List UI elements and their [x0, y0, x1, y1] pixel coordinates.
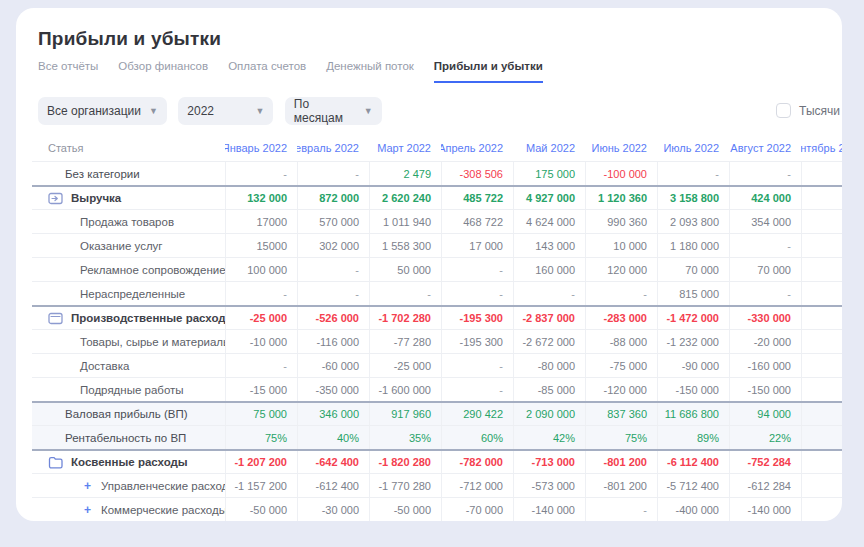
plus-icon[interactable]: +: [80, 503, 95, 517]
row-label-text: Доставка: [80, 360, 129, 372]
row-label[interactable]: Косвенные расходы: [32, 451, 225, 473]
cell-value: [801, 307, 842, 329]
cell-value: -: [225, 282, 297, 305]
tab-4[interactable]: Денежный поток: [326, 60, 414, 83]
cell-value: 872 000: [297, 187, 369, 209]
tab-5[interactable]: Прибыли и убытки: [434, 60, 543, 83]
income-tray-icon[interactable]: [48, 192, 63, 205]
period-select[interactable]: По месяцам ▼: [285, 97, 382, 125]
cell-value: [801, 234, 842, 257]
row-label-text: Валовая прибыль (ВП): [65, 408, 188, 420]
cell-value: -: [729, 282, 801, 305]
row-label-text: Производственные расходы: [71, 312, 225, 324]
cell-value: -60 000: [297, 354, 369, 377]
table-row: Косвенные расходы-1 207 200-642 400-1 82…: [32, 449, 842, 473]
cell-value: 17 000: [441, 234, 513, 257]
cell-value: -15 000: [225, 378, 297, 401]
row-label: Продажа товаров: [32, 210, 225, 233]
cell-value: -25 000: [369, 354, 441, 377]
cell-value: 815 000: [657, 282, 729, 305]
row-label: Рентабельность по ВП: [32, 426, 225, 449]
cell-value: -612 284: [729, 474, 801, 497]
row-label[interactable]: +Управленческие расходы: [32, 474, 225, 497]
cell-value: -: [657, 162, 729, 185]
cell-value: -30 000: [297, 498, 369, 521]
tab-2[interactable]: Обзор финансов: [118, 60, 208, 83]
column-header-month[interactable]: Июнь 2022: [585, 135, 657, 161]
pnl-table: СтатьяЯнварь 2022Февраль 2022Март 2022Ап…: [32, 135, 842, 521]
cell-value: 50 000: [369, 258, 441, 281]
table-row: Продажа товаров17000570 0001 011 940468 …: [32, 209, 842, 233]
cell-value: -283 000: [585, 307, 657, 329]
cell-value: -: [585, 498, 657, 521]
thousands-checkbox[interactable]: [776, 103, 791, 118]
column-header-month[interactable]: Август 2022: [729, 135, 801, 161]
organization-select-value: Все организации: [47, 104, 141, 118]
row-label: Подрядные работы: [32, 378, 225, 401]
cell-value: 2 620 240: [369, 187, 441, 209]
column-header-month[interactable]: Сентябрь 2022: [801, 135, 842, 161]
cell-value: 17000: [225, 210, 297, 233]
cell-value: 1 558 300: [369, 234, 441, 257]
cell-value: 70 000: [657, 258, 729, 281]
expenses-window-icon[interactable]: [48, 312, 63, 325]
cell-value: 75 000: [225, 403, 297, 425]
report-card: Прибыли и убытки Все отчётыОбзор финансо…: [16, 8, 842, 521]
cell-value: -573 000: [513, 474, 585, 497]
cell-value: -75 000: [585, 354, 657, 377]
table-row: Выручка132 000872 0002 620 240485 7224 9…: [32, 185, 842, 209]
table-row: Подрядные работы-15 000-350 000-1 600 00…: [32, 377, 842, 401]
column-header-name: Статья: [32, 135, 225, 161]
cell-value: 424 000: [729, 187, 801, 209]
table-header-row: СтатьяЯнварь 2022Февраль 2022Март 2022Ап…: [32, 135, 842, 161]
row-label[interactable]: +Коммерческие расходы: [32, 498, 225, 521]
row-label-text: Без категории: [65, 168, 140, 180]
row-label: Оказание услуг: [32, 234, 225, 257]
cell-value: 2 093 800: [657, 210, 729, 233]
cell-value: 100 000: [225, 258, 297, 281]
plus-icon[interactable]: +: [80, 479, 95, 493]
cell-value: 4 624 000: [513, 210, 585, 233]
tab-1[interactable]: Все отчёты: [38, 60, 98, 83]
cell-value: -70 000: [441, 498, 513, 521]
cell-value: -1 770 280: [369, 474, 441, 497]
cell-value: -: [513, 282, 585, 305]
cell-value: 1 180 000: [657, 234, 729, 257]
column-header-month[interactable]: Апрель 2022: [441, 135, 513, 161]
row-label-text: Управленческие расходы: [101, 480, 225, 492]
row-label: Доставка: [32, 354, 225, 377]
chevron-down-icon: ▼: [364, 106, 373, 116]
period-select-value: По месяцам: [294, 97, 356, 125]
cell-value: -752 284: [729, 451, 801, 473]
column-header-month[interactable]: Март 2022: [369, 135, 441, 161]
cell-value: -801 200: [585, 451, 657, 473]
row-label-text: Подрядные работы: [80, 384, 184, 396]
cell-value: -150 000: [657, 378, 729, 401]
column-header-month[interactable]: Июль 2022: [657, 135, 729, 161]
table-row: Товары, сырье и материалы-10 000-116 000…: [32, 329, 842, 353]
cell-value: -526 000: [297, 307, 369, 329]
cell-value: -: [225, 354, 297, 377]
year-select[interactable]: 2022 ▼: [178, 97, 273, 125]
column-header-month[interactable]: Январь 2022: [225, 135, 297, 161]
filters-bar: Все организации ▼ 2022 ▼ По месяцам ▼ Ты…: [38, 97, 842, 125]
table-row: +Коммерческие расходы-50 000-30 000-50 0…: [32, 497, 842, 521]
column-header-month[interactable]: Февраль 2022: [297, 135, 369, 161]
folder-icon[interactable]: [48, 456, 63, 469]
column-header-month[interactable]: Май 2022: [513, 135, 585, 161]
cell-value: 94 000: [729, 403, 801, 425]
chevron-down-icon: ▼: [255, 106, 264, 116]
organization-select[interactable]: Все организации ▼: [38, 97, 167, 125]
row-label[interactable]: Выручка: [32, 187, 225, 209]
cell-value: -612 400: [297, 474, 369, 497]
table-row: Производственные расходы-25 000-526 000-…: [32, 305, 842, 329]
cell-value: -1 207 200: [225, 451, 297, 473]
cell-value: 89%: [657, 426, 729, 449]
row-label[interactable]: Производственные расходы: [32, 307, 225, 329]
tab-3[interactable]: Оплата счетов: [228, 60, 306, 83]
table-row: Без категории--2 479-308 506175 000-100 …: [32, 161, 842, 185]
cell-value: -: [441, 378, 513, 401]
cell-value: -195 300: [441, 307, 513, 329]
cell-value: -: [369, 282, 441, 305]
cell-value: -50 000: [369, 498, 441, 521]
